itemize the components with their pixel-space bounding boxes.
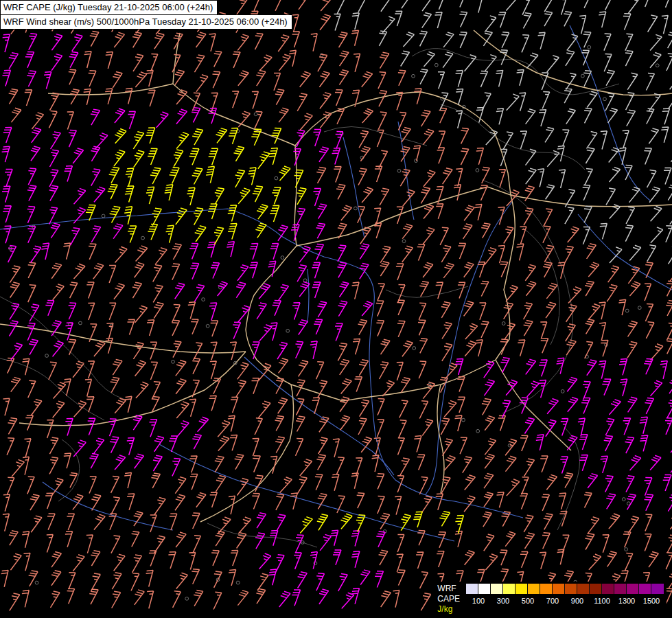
legend-swatch bbox=[639, 584, 651, 594]
legend-swatch bbox=[602, 584, 614, 594]
legend-swatch bbox=[614, 584, 627, 594]
wind-barbs-g bbox=[334, 0, 672, 264]
title-shear-line: WRF Wind shear (m/s) 500/1000hPa Tuesday… bbox=[0, 14, 292, 30]
legend-tick-label: 300 bbox=[497, 597, 509, 605]
legend-labels: WRF CAPE J/kg bbox=[437, 584, 460, 615]
legend-swatch bbox=[577, 584, 590, 594]
legend-tick-label: 1300 bbox=[618, 597, 635, 605]
legend-tick-label: 100 bbox=[472, 597, 485, 605]
legend-swatch bbox=[528, 584, 540, 594]
river-layer bbox=[0, 25, 672, 541]
legend-swatch bbox=[565, 584, 577, 594]
legend-swatch-row bbox=[466, 584, 664, 594]
legend-tick-label: 900 bbox=[571, 597, 583, 605]
legend-swatch bbox=[553, 584, 565, 594]
legend-scale: 100300500700900110013001500 bbox=[466, 584, 664, 606]
legend-swatch bbox=[651, 584, 664, 594]
wind-barbs-m bbox=[2, 34, 672, 609]
wrf-forecast-map: WRF CAPE (J/kg) Tuesday 21-10-2025 06:00… bbox=[0, 0, 672, 618]
legend-tick-label: 1500 bbox=[643, 597, 660, 605]
country-border-layer bbox=[0, 30, 672, 522]
map-titles: WRF CAPE (J/kg) Tuesday 21-10-2025 06:00… bbox=[0, 0, 292, 30]
legend-swatch bbox=[491, 584, 503, 594]
legend-variable-label: CAPE bbox=[437, 594, 460, 604]
legend-tick-label: 1100 bbox=[594, 597, 610, 605]
legend-swatch bbox=[540, 584, 553, 594]
legend-swatch bbox=[590, 584, 602, 594]
legend-swatch bbox=[515, 584, 528, 594]
wind-barbs-s bbox=[1, 0, 672, 611]
legend-tick-label: 500 bbox=[522, 597, 534, 605]
legend-swatch bbox=[627, 584, 639, 594]
map-canvas bbox=[0, 0, 672, 618]
legend-units-label: J/kg bbox=[437, 604, 460, 615]
station-circle-layer bbox=[9, 45, 660, 608]
legend-tick-row: 100300500700900110013001500 bbox=[466, 597, 664, 606]
wind-barb-layer bbox=[1, 0, 672, 611]
legend-swatch bbox=[466, 584, 478, 594]
legend-tick-label: 700 bbox=[546, 597, 559, 605]
cape-legend: WRF CAPE J/kg 10030050070090011001300150… bbox=[433, 582, 667, 616]
legend-swatch bbox=[478, 584, 491, 594]
legend-model-label: WRF bbox=[437, 584, 460, 594]
legend-swatch bbox=[503, 584, 515, 594]
title-cape-line: WRF CAPE (J/kg) Tuesday 21-10-2025 06:00… bbox=[0, 0, 218, 15]
